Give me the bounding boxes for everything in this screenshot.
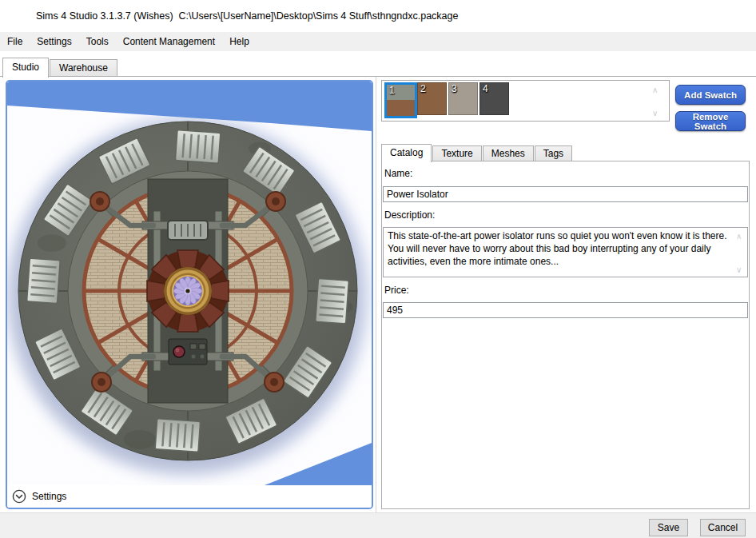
tab-studio[interactable]: Studio [2,58,49,78]
tab-tags[interactable]: Tags [535,145,572,161]
tab-meshes[interactable]: Meshes [483,145,534,161]
tab-warehouse[interactable]: Warehouse [50,59,117,77]
swatch-number: 2 [420,83,426,94]
swatch-item[interactable]: 1 [384,82,417,118]
menu-settings[interactable]: Settings [30,32,78,51]
menu-content-management[interactable]: Content Management [116,32,222,51]
panel-splitter[interactable] [376,77,376,512]
catalog-tab-strip: Catalog Texture Meshes Tags [381,144,573,161]
menu-help[interactable]: Help [222,32,257,51]
swatch-item[interactable]: 2 [417,82,447,115]
model-viewport[interactable] [7,82,372,485]
price-label: Price: [384,285,409,296]
chevron-down-circle-icon[interactable] [12,489,26,504]
settings-label[interactable]: Settings [32,491,66,502]
title-bar: Sims 4 Studio 3.1.3.7 (Wishes) C:\Users\… [0,0,756,32]
main-tab-strip: Studio Warehouse [2,58,118,77]
settings-expander-row: Settings [7,485,372,508]
cancel-button[interactable]: Cancel [700,519,746,536]
add-swatch-button[interactable]: Add Swatch [675,85,746,105]
description-label: Description: [384,209,435,221]
scroll-up-icon[interactable]: ∧ [652,86,658,94]
swatch-number: 4 [483,83,488,94]
swatch-number: 1 [389,85,395,96]
tab-catalog[interactable]: Catalog [381,144,432,162]
model-preview-panel: Settings [6,80,373,509]
name-label: Name: [384,168,412,179]
window-title: Sims 4 Studio 3.1.3.7 (Wishes) C:\Users\… [36,0,458,32]
swatch-item[interactable]: 4 [479,82,509,115]
swatch-list: 1 2 3 4 ∧ ∨ [381,80,670,122]
scroll-up-icon[interactable]: ∧ [736,233,742,241]
scroll-down-icon[interactable]: ∨ [736,266,742,274]
swatch-item[interactable]: 3 [448,82,478,115]
name-input[interactable] [383,186,748,202]
description-box[interactable]: This state-of-the-art power isolator run… [383,227,748,277]
footer-bar [0,512,756,538]
tab-texture[interactable]: Texture [432,145,481,161]
save-button[interactable]: Save [649,519,688,536]
swatch-number: 3 [452,83,457,94]
menu-tools[interactable]: Tools [79,32,116,51]
scroll-down-icon[interactable]: ∨ [652,110,658,118]
menu-bar: File Settings Tools Content Management H… [0,32,756,51]
menu-file[interactable]: File [0,32,30,51]
catalog-tab-page [381,161,750,509]
remove-swatch-button[interactable]: Remove Swatch [675,111,746,131]
price-input[interactable] [383,302,748,318]
